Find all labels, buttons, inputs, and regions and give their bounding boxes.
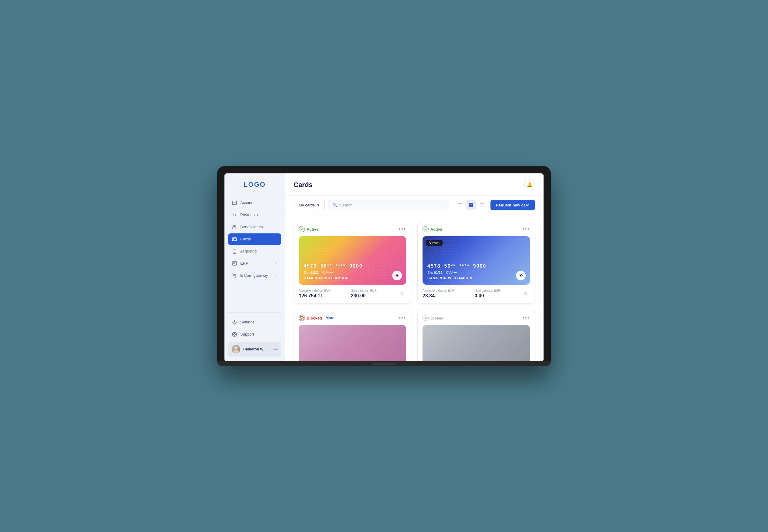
svg-point-21 — [234, 346, 237, 350]
search-placeholder: Search — [340, 203, 352, 207]
laptop-screen: LOGO Accounts Payments — [224, 173, 544, 361]
svg-rect-26 — [469, 203, 471, 205]
status-badge-4: ✕ Closed — [423, 315, 444, 321]
nav-section: Accounts Payments Beneficiaries — [224, 197, 285, 309]
card-settings-icon-1[interactable]: ⚙ — [398, 289, 406, 298]
status-badge-1: ✓ Active — [299, 226, 318, 232]
card-number-1: 457856******9000 — [303, 263, 401, 269]
grid-view-btn[interactable] — [466, 200, 476, 210]
main-content: Cards 🔔 My cards ▾ 🔍 Search — [285, 173, 544, 361]
available-label-1: Available balance, EUR — [299, 289, 343, 292]
status-text-3: Blocked — [307, 316, 322, 320]
card-holder-1: CAMERON WILLIAMSON — [303, 276, 401, 280]
avatar — [232, 345, 240, 353]
hold-label-1: Hold balance, EUR — [351, 289, 396, 292]
svg-rect-4 — [232, 238, 236, 241]
card-more-btn-2[interactable]: ••• — [522, 226, 530, 233]
available-value-2: 23.34 — [423, 293, 467, 299]
cards-grid: ✓ Active ••• — [285, 215, 544, 361]
card-eye-btn-2[interactable]: 👁 — [516, 271, 526, 280]
card-visual-3: 457856******9000 — [299, 325, 406, 361]
filter-icon-btn[interactable] — [455, 200, 465, 210]
available-label-2: Available balance, EUR — [423, 289, 467, 292]
card-visual-2: Virtual 457856******9000 Exp 01/22 CVV •… — [423, 236, 530, 285]
settings-label: Settings — [240, 320, 254, 324]
card-panel-header-4: ✕ Closed ••• — [423, 315, 530, 321]
card-visual-4: 457856******9000 — [423, 325, 530, 361]
active-status-icon-1: ✓ — [299, 226, 305, 232]
erp-icon — [232, 261, 237, 266]
sidebar-item-acquiring[interactable]: Acquiring — [228, 246, 281, 257]
user-profile[interactable]: Cameron W. ••• — [228, 342, 281, 356]
card-panel-2: ✓ Active ••• — [418, 221, 535, 304]
hold-label-2: Hold balance, EUR — [475, 289, 519, 292]
beneficiaries-label: Beneficiaries — [240, 225, 263, 229]
svg-point-3 — [235, 226, 236, 227]
sidebar-item-settings[interactable]: Settings — [228, 316, 281, 328]
more-link-3[interactable]: More — [326, 316, 334, 320]
chevron-down-icon: ▾ — [317, 203, 319, 207]
ecom-label: E Com gateway — [240, 273, 268, 278]
virtual-tag-2: Virtual — [426, 240, 443, 246]
sidebar-item-erp[interactable]: ERP ↗ — [228, 258, 281, 269]
card-more-btn-1[interactable]: ••• — [399, 226, 406, 233]
card-holder-2: CAMERON WILLIAMSON — [428, 276, 525, 280]
search-bar[interactable]: 🔍 Search — [328, 200, 449, 210]
user-menu-icon[interactable]: ••• — [273, 347, 277, 352]
accounts-icon — [232, 200, 237, 206]
closed-status-icon-4: ✕ — [423, 315, 429, 321]
ecom-icon — [232, 273, 237, 278]
sidebar-item-ecom[interactable]: E Com gateway ↗ — [228, 270, 281, 281]
filter-dropdown[interactable]: My cards ▾ — [293, 200, 324, 210]
svg-rect-27 — [471, 203, 473, 205]
support-label: Support — [240, 332, 254, 336]
card-panel-3: 🏠 Blocked More ••• — [293, 310, 411, 361]
acquiring-icon — [232, 249, 237, 254]
list-view-btn[interactable] — [477, 200, 487, 210]
request-new-card-button[interactable]: Request new card — [491, 200, 535, 210]
card-more-btn-4[interactable]: ••• — [522, 315, 530, 321]
svg-point-13 — [235, 277, 236, 277]
card-panel-header-2: ✓ Active ••• — [423, 226, 530, 233]
payments-icon — [232, 212, 237, 218]
card-eye-btn-1[interactable]: 👁 — [392, 271, 402, 280]
search-icon: 🔍 — [333, 203, 337, 207]
card-more-btn-3[interactable]: ••• — [399, 315, 406, 321]
settings-gear-icon — [232, 320, 237, 325]
status-text-2: Active — [431, 227, 442, 232]
card-settings-icon-2[interactable]: ⚙ — [522, 289, 530, 298]
acquiring-label: Acquiring — [240, 249, 256, 253]
filter-label: My cards — [299, 203, 315, 207]
sidebar-item-payments[interactable]: Payments — [228, 209, 281, 221]
card-panel-4: ✕ Closed ••• 457856*** — [418, 310, 535, 361]
erp-label: ERP — [240, 261, 248, 266]
sidebar-item-support[interactable]: Support — [228, 329, 281, 340]
sidebar-item-accounts[interactable]: Accounts — [228, 197, 281, 209]
logo: LOGO — [224, 181, 285, 189]
nav-bottom: Settings Support Cameron W. ••• — [224, 316, 285, 356]
status-text-4: Closed — [431, 316, 444, 320]
user-name: Cameron W. — [243, 347, 270, 351]
view-controls — [455, 200, 487, 210]
hold-value-1: 230.00 — [351, 293, 396, 299]
notification-button[interactable]: 🔔 — [524, 179, 535, 190]
page-title: Cards — [293, 181, 312, 189]
svg-rect-7 — [233, 249, 236, 253]
sidebar-item-beneficiaries[interactable]: Beneficiaries — [228, 221, 281, 233]
sidebar-item-cards[interactable]: Cards — [228, 233, 281, 245]
hold-balance-1: Hold balance, EUR 230.00 — [347, 289, 396, 299]
laptop-frame: LOGO Accounts Payments — [217, 166, 551, 366]
card-number-2: 457856******9000 — [428, 263, 525, 269]
hold-balance-2: Hold balance, EUR 0.00 — [471, 289, 519, 299]
cards-label: Cards — [240, 237, 251, 241]
card-wavy-3 — [299, 325, 406, 361]
card-info-2: Exp 01/22 CVV ••• — [428, 271, 525, 274]
balance-row-1: Available balance, EUR 126 754.11 Hold b… — [299, 289, 406, 299]
cards-icon — [232, 236, 237, 242]
hold-value-2: 0.00 — [475, 293, 519, 299]
active-status-icon-2: ✓ — [423, 226, 429, 232]
svg-rect-28 — [469, 205, 471, 207]
available-value-1: 126 754.11 — [299, 293, 343, 299]
support-icon — [232, 332, 237, 337]
laptop-notch — [372, 363, 396, 365]
